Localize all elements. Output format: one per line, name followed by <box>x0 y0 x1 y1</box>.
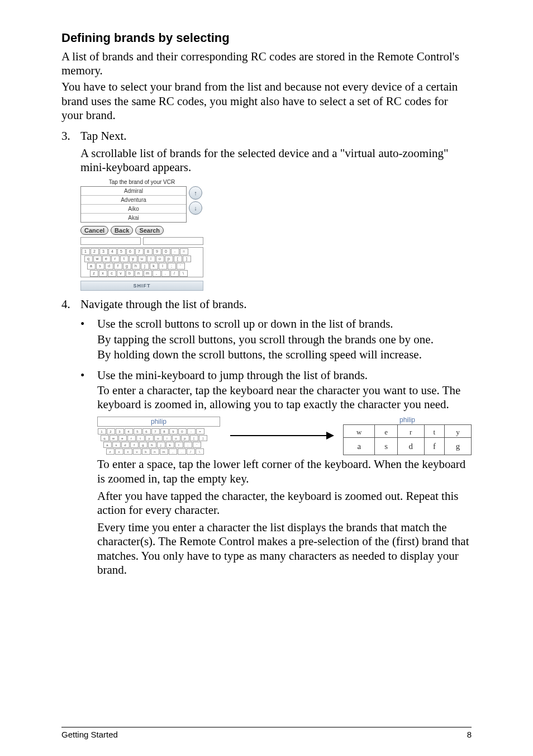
key: m <box>160 448 168 455</box>
step-3: 3. Tap Next. <box>61 129 472 143</box>
key[interactable]: 3 <box>99 248 108 255</box>
key[interactable]: f <box>114 263 122 270</box>
key[interactable]: 4 <box>108 248 117 255</box>
key: c <box>124 448 132 455</box>
key[interactable]: c <box>108 270 116 277</box>
step-3-num: 3. <box>61 129 80 143</box>
back-button[interactable]: Back <box>111 226 133 235</box>
key[interactable]: 2 <box>91 248 99 255</box>
key[interactable]: t <box>120 256 129 262</box>
key[interactable]: 9 <box>153 248 161 255</box>
big-key: s <box>375 438 397 455</box>
key: 1 <box>98 428 106 434</box>
key: l <box>175 442 183 448</box>
big-key: y <box>445 425 472 438</box>
key: 6 <box>142 428 151 434</box>
key[interactable]: 6 <box>126 248 135 255</box>
brand-row-0[interactable]: Admiral <box>81 187 186 196</box>
tail-p3: Every time you enter a character the lis… <box>97 521 472 577</box>
key[interactable]: o <box>156 256 164 262</box>
intro-paragraph-2: You have to select your brand from the l… <box>61 80 472 122</box>
key[interactable]: 8 <box>144 248 153 255</box>
big-key: t <box>424 425 444 438</box>
key[interactable]: \ <box>179 270 188 277</box>
key[interactable]: - <box>171 248 179 255</box>
big-key: e <box>375 425 397 438</box>
key: 4 <box>125 428 133 434</box>
small-keyboard: philip 1 2 3 4 5 6 7 8 9 0 - = q <box>97 417 220 455</box>
big-key: g <box>445 438 472 455</box>
key: 8 <box>160 428 169 434</box>
key: 7 <box>151 428 160 434</box>
key: 0 <box>178 428 187 434</box>
scroll-up-button[interactable]: ↑ <box>189 186 202 200</box>
key[interactable]: , <box>153 270 161 277</box>
key: s <box>112 442 121 448</box>
key[interactable]: z <box>90 270 98 277</box>
key[interactable]: [ <box>174 256 182 262</box>
key[interactable]: s <box>96 263 104 270</box>
key[interactable]: / <box>170 270 179 277</box>
search-field-2[interactable] <box>143 237 203 245</box>
key[interactable]: = <box>180 248 188 255</box>
key: u <box>154 435 163 441</box>
brand-row-1[interactable]: Adventura <box>81 196 186 205</box>
key[interactable]: w <box>93 256 102 262</box>
key[interactable]: m <box>144 270 152 277</box>
key[interactable]: . <box>161 270 170 277</box>
bullet-2-line-2: To enter a character, tap the keyboard n… <box>97 384 472 412</box>
key[interactable]: u <box>138 256 146 262</box>
key[interactable]: ; <box>168 263 176 270</box>
key[interactable]: b <box>126 270 134 277</box>
key[interactable]: x <box>99 270 107 277</box>
key: w <box>110 435 118 441</box>
key[interactable]: h <box>132 263 140 270</box>
key: v <box>133 448 141 455</box>
bullet-1-line-1: Use the scroll buttons to scroll up or d… <box>97 317 472 331</box>
key: \ <box>196 448 204 455</box>
key[interactable]: j <box>141 263 149 270</box>
key[interactable]: 1 <box>82 248 90 255</box>
scroll-down-button[interactable]: ↓ <box>189 201 202 215</box>
search-field-1[interactable] <box>80 237 141 245</box>
search-button[interactable]: Search <box>135 226 164 235</box>
device-screenshot: Tap the brand of your VCR Admiral Advent… <box>80 178 203 291</box>
key: = <box>196 428 204 434</box>
key[interactable]: e <box>102 256 111 262</box>
brand-row-2[interactable]: Aiko <box>81 205 186 214</box>
key[interactable]: 7 <box>135 248 144 255</box>
device-header: Tap the brand of your VCR <box>80 178 203 186</box>
key[interactable]: 5 <box>117 248 126 255</box>
shift-label[interactable]: SHIFT <box>80 281 203 291</box>
key: j <box>157 442 165 448</box>
brand-row-3[interactable]: Akai <box>81 214 186 222</box>
tail-p2: After you have tapped the character, the… <box>97 489 472 517</box>
key: q <box>101 435 109 441</box>
key: , <box>169 448 177 455</box>
brand-list[interactable]: Admiral Adventura Aiko Akai <box>80 186 187 223</box>
key[interactable]: y <box>129 256 137 262</box>
big-kb-label: philip <box>343 416 472 424</box>
mini-keyboard[interactable]: 1 2 3 4 5 6 7 8 9 0 - = q w e r t y u <box>80 247 203 277</box>
key[interactable]: n <box>135 270 143 277</box>
key[interactable]: ' <box>177 263 185 270</box>
key[interactable]: p <box>165 256 173 262</box>
key[interactable]: r <box>111 256 120 262</box>
key[interactable]: l <box>159 263 167 270</box>
key[interactable]: a <box>87 263 96 270</box>
key: . <box>178 448 186 455</box>
cancel-button[interactable]: Cancel <box>80 226 108 235</box>
arrow-right-icon <box>230 435 333 436</box>
key: k <box>166 442 174 448</box>
key[interactable]: i <box>147 256 155 262</box>
key[interactable]: k <box>150 263 158 270</box>
key[interactable]: v <box>117 270 125 277</box>
key[interactable]: 0 <box>162 248 170 255</box>
key[interactable]: ] <box>183 256 191 262</box>
key[interactable]: d <box>105 263 113 270</box>
key[interactable]: q <box>84 256 93 262</box>
key[interactable]: g <box>123 263 131 270</box>
footer-left: Getting Started <box>61 730 118 739</box>
key: y <box>145 435 154 441</box>
big-key: f <box>424 438 444 455</box>
